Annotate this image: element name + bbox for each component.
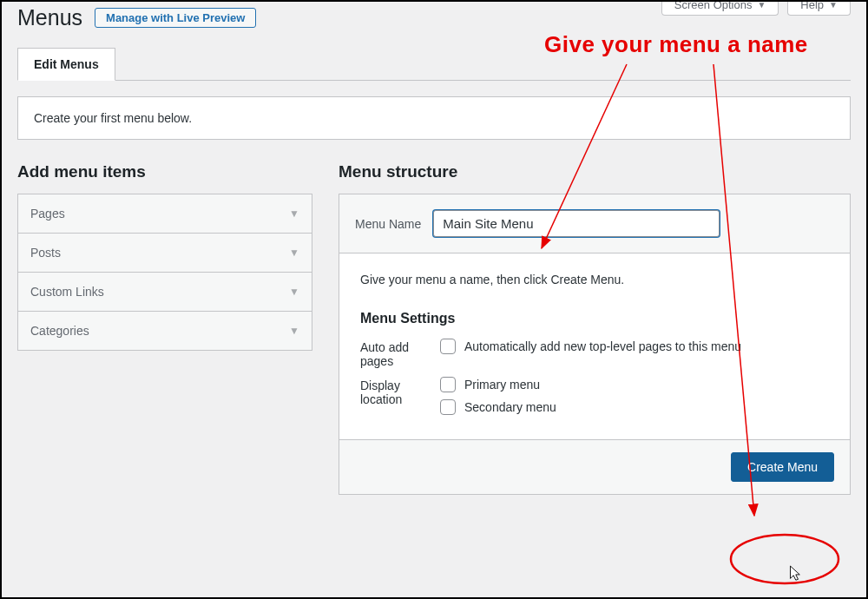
menu-structure-heading: Menu structure — [339, 162, 851, 181]
auto-add-pages-text: Automatically add new top-level pages to… — [464, 339, 741, 353]
accordion-categories-label: Categories — [30, 324, 89, 338]
display-location-label: Display location — [360, 377, 440, 415]
primary-menu-text: Primary menu — [464, 378, 540, 392]
primary-menu-checkbox[interactable] — [440, 377, 456, 392]
accordion-custom-links-label: Custom Links — [30, 285, 104, 299]
help-label: Help — [800, 0, 824, 11]
notice-first-menu: Create your first menu below. — [17, 96, 851, 140]
menu-structure-panel: Menu Name Give your menu a name, then cl… — [339, 194, 851, 495]
chevron-down-icon: ▼ — [829, 0, 838, 10]
cursor-icon — [786, 564, 802, 583]
chevron-down-icon: ▼ — [289, 286, 299, 298]
chevron-down-icon: ▼ — [289, 247, 299, 259]
chevron-down-icon: ▼ — [289, 207, 299, 220]
accordion-posts[interactable]: Posts ▼ — [18, 234, 312, 273]
secondary-menu-text: Secondary menu — [464, 400, 556, 414]
help-button[interactable]: Help ▼ — [787, 0, 851, 16]
tab-bar: Edit Menus — [17, 48, 851, 81]
chevron-down-icon: ▼ — [289, 325, 299, 337]
create-menu-button[interactable]: Create Menu — [731, 452, 834, 482]
menu-items-accordion: Pages ▼ Posts ▼ Custom Links ▼ Categorie… — [17, 194, 312, 351]
accordion-pages[interactable]: Pages ▼ — [18, 194, 312, 234]
screen-options-label: Screen Options — [674, 0, 753, 11]
screen-options-button[interactable]: Screen Options ▼ — [661, 0, 779, 16]
chevron-down-icon: ▼ — [757, 0, 766, 10]
menu-settings-heading: Menu Settings — [360, 311, 829, 326]
accordion-custom-links[interactable]: Custom Links ▼ — [18, 273, 312, 312]
menu-name-help-text: Give your menu a name, then click Create… — [339, 253, 850, 306]
accordion-posts-label: Posts — [30, 246, 61, 260]
menu-name-input[interactable] — [433, 210, 720, 237]
secondary-menu-checkbox[interactable] — [440, 399, 456, 415]
auto-add-pages-option[interactable]: Automatically add new top-level pages to… — [440, 339, 829, 354]
accordion-pages-label: Pages — [30, 207, 65, 221]
tab-edit-menus[interactable]: Edit Menus — [17, 48, 115, 81]
page-title: Menus — [17, 5, 82, 30]
auto-add-pages-checkbox[interactable] — [440, 339, 456, 354]
auto-add-pages-label: Auto add pages — [360, 339, 440, 368]
display-location-secondary[interactable]: Secondary menu — [440, 399, 829, 415]
svg-point-3 — [731, 535, 838, 583]
add-menu-items-heading: Add menu items — [17, 162, 312, 181]
accordion-categories[interactable]: Categories ▼ — [18, 312, 312, 350]
display-location-primary[interactable]: Primary menu — [440, 377, 829, 392]
menu-name-label: Menu Name — [355, 217, 421, 231]
manage-live-preview-button[interactable]: Manage with Live Preview — [95, 8, 256, 28]
